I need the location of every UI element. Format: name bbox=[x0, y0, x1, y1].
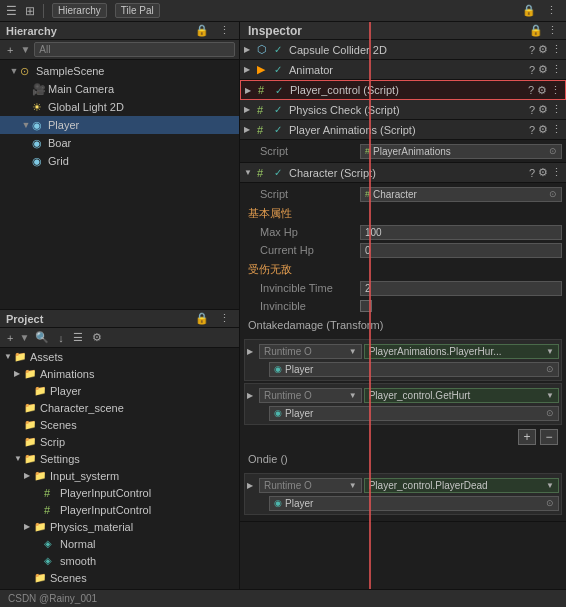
ondie-obj-picker-0[interactable]: ⊙ bbox=[546, 498, 554, 508]
ptree-inputsys[interactable]: ▶ 📁 Input_systerm bbox=[0, 467, 239, 484]
playeranim-settings[interactable]: ⚙ bbox=[538, 123, 548, 136]
animator-help[interactable]: ? bbox=[529, 63, 535, 76]
ptree-scenes2[interactable]: 📁 Scenes bbox=[0, 569, 239, 586]
playeranim-script-row: Script # PlayerAnimations ⊙ bbox=[240, 142, 566, 160]
ondie-runtime-dropdown-0[interactable]: Runtime O ▼ bbox=[259, 478, 362, 493]
animator-settings[interactable]: ⚙ bbox=[538, 63, 548, 76]
tree-item-samplescene[interactable]: ▼ ⊙ SampleScene bbox=[0, 62, 239, 80]
hierarchy-title: Hierarchy bbox=[6, 25, 57, 37]
hierarchy-search[interactable] bbox=[34, 42, 235, 57]
tilepallette-tab[interactable]: Tile Pal bbox=[115, 3, 160, 18]
ptree-playerinput2[interactable]: # PlayerInputControl bbox=[0, 501, 239, 518]
playeranim-picker[interactable]: ⊙ bbox=[549, 146, 557, 156]
playeranim-script-ref[interactable]: # PlayerAnimations ⊙ bbox=[360, 144, 562, 159]
character-header[interactable]: ▼ # ✓ Character (Script) ? ⚙ ⋮ bbox=[240, 163, 566, 183]
inspector-header: Inspector 🔒 ⋮ bbox=[240, 22, 566, 40]
playeranim-menu[interactable]: ⋮ bbox=[551, 123, 562, 136]
ptree-physics-mat[interactable]: ▶ 📁 Physics_material bbox=[0, 518, 239, 535]
playercontrol-header[interactable]: ▶ # ✓ Player_control (Script) ? ⚙ ⋮ bbox=[240, 80, 566, 100]
project-more[interactable]: ⋮ bbox=[216, 311, 233, 326]
playercontrol-check[interactable]: ✓ bbox=[275, 85, 287, 96]
ptree-charscene[interactable]: 📁 Character_scene bbox=[0, 399, 239, 416]
ontake-runtime-arrow-1: ▼ bbox=[349, 391, 357, 400]
playercontrol-menu[interactable]: ⋮ bbox=[550, 84, 561, 97]
capsule-collider-header[interactable]: ▶ ⬡ ✓ Capsule Collider 2D ? ⚙ ⋮ bbox=[240, 40, 566, 60]
tree-item-maincamera[interactable]: 🎥 Main Camera bbox=[0, 80, 239, 98]
character-settings[interactable]: ⚙ bbox=[538, 166, 548, 179]
ontake-minus-btn[interactable]: − bbox=[540, 429, 558, 445]
ondie-func-dropdown-0[interactable]: Player_control.PlayerDead ▼ bbox=[364, 478, 559, 493]
playeranim-help[interactable]: ? bbox=[529, 123, 535, 136]
ptree-scenes[interactable]: 📁 Scenes bbox=[0, 416, 239, 433]
tree-item-player[interactable]: ▼ ◉ Player bbox=[0, 116, 239, 134]
event-section-ontake: ▶ Runtime O ▼ PlayerAnimations.PlayerHur… bbox=[240, 335, 566, 449]
ontake-obj-box-1[interactable]: ◉ Player ⊙ bbox=[269, 406, 559, 421]
playercontrol-settings[interactable]: ⚙ bbox=[537, 84, 547, 97]
animator-menu[interactable]: ⋮ bbox=[551, 63, 562, 76]
ptree-scrip[interactable]: 📁 Scrip bbox=[0, 433, 239, 450]
physicscheck-menu[interactable]: ⋮ bbox=[551, 103, 562, 116]
tree-item-boar[interactable]: ◉ Boar bbox=[0, 134, 239, 152]
ontake-obj-picker-0[interactable]: ⊙ bbox=[546, 364, 554, 374]
ptree-settings[interactable]: ▼ 📁 Settings bbox=[0, 450, 239, 467]
menu-icon[interactable]: ☰ bbox=[6, 4, 17, 18]
tree-item-grid[interactable]: ◉ Grid bbox=[0, 152, 239, 170]
ptree-playerinput1[interactable]: # PlayerInputControl bbox=[0, 484, 239, 501]
invtime-value[interactable]: 2 bbox=[360, 281, 562, 296]
physicscheck-settings[interactable]: ⚙ bbox=[538, 103, 548, 116]
physicscheck-header[interactable]: ▶ # ✓ Physics Check (Script) ? ⚙ ⋮ bbox=[240, 100, 566, 120]
ontake-runtime-dropdown-1[interactable]: Runtime O ▼ bbox=[259, 388, 362, 403]
capsule-settings[interactable]: ⚙ bbox=[538, 43, 548, 56]
playeranim-check[interactable]: ✓ bbox=[274, 124, 286, 135]
inspector-lock-btn[interactable]: 🔒 bbox=[529, 24, 543, 37]
more-icon[interactable]: ⋮ bbox=[543, 3, 560, 18]
inspector-more-btn[interactable]: ⋮ bbox=[547, 24, 558, 37]
playercontrol-help[interactable]: ? bbox=[528, 84, 534, 97]
hierarchy-more[interactable]: ⋮ bbox=[216, 23, 233, 38]
invincible-checkbox[interactable] bbox=[360, 300, 372, 312]
ontake-runtime-dropdown-0[interactable]: Runtime O ▼ bbox=[259, 344, 362, 359]
capsule-help[interactable]: ? bbox=[529, 43, 535, 56]
ptree-normal[interactable]: ◈ Normal bbox=[0, 535, 239, 552]
lock-icon[interactable]: 🔒 bbox=[519, 3, 539, 18]
hierarchy-tab[interactable]: Hierarchy bbox=[52, 3, 107, 18]
hierarchy-lock[interactable]: 🔒 bbox=[192, 23, 212, 38]
ontake-obj-box-0[interactable]: ◉ Player ⊙ bbox=[269, 362, 559, 377]
ptree-player-f[interactable]: 📁 Player bbox=[0, 382, 239, 399]
animator-header[interactable]: ▶ ▶ ✓ Animator ? ⚙ ⋮ bbox=[240, 60, 566, 80]
ondie-runtime-arrow-0: ▼ bbox=[349, 481, 357, 490]
character-help[interactable]: ? bbox=[529, 166, 535, 179]
ptree-smooth[interactable]: ◈ smooth bbox=[0, 552, 239, 569]
ondie-obj-box-0[interactable]: ◉ Player ⊙ bbox=[269, 496, 559, 511]
maxhp-value[interactable]: 100 bbox=[360, 225, 562, 240]
ontake-func-dropdown-1[interactable]: Player_control.GetHurt ▼ bbox=[364, 388, 559, 403]
ontake-section: Ontakedamage (Transform) bbox=[240, 315, 566, 335]
project-add[interactable]: + bbox=[4, 331, 16, 345]
character-script-ref[interactable]: # Character ⊙ bbox=[360, 187, 562, 202]
ontake-obj-picker-1[interactable]: ⊙ bbox=[546, 408, 554, 418]
capsule-menu[interactable]: ⋮ bbox=[551, 43, 562, 56]
project-download[interactable]: ↓ bbox=[55, 331, 67, 345]
physicscheck-comp-icons: ? ⚙ ⋮ bbox=[529, 103, 562, 116]
ptree-animations[interactable]: ▶ 📁 Animations bbox=[0, 365, 239, 382]
character-menu[interactable]: ⋮ bbox=[551, 166, 562, 179]
physicscheck-check[interactable]: ✓ bbox=[274, 104, 286, 115]
animator-check[interactable]: ✓ bbox=[274, 64, 286, 75]
ptree-assets[interactable]: ▼ 📁 Assets bbox=[0, 348, 239, 365]
project-gear[interactable]: ⚙ bbox=[89, 330, 105, 345]
ontake-plus-btn[interactable]: + bbox=[518, 429, 536, 445]
project-lock[interactable]: 🔒 bbox=[192, 311, 212, 326]
project-list[interactable]: ☰ bbox=[70, 330, 86, 345]
physicscheck-help[interactable]: ? bbox=[529, 103, 535, 116]
ptree-lit2d[interactable]: ⊙ Lit2DSceneTemplate bbox=[0, 586, 239, 589]
hierarchy-add[interactable]: + bbox=[4, 43, 16, 57]
ontake-func-dropdown-0[interactable]: PlayerAnimations.PlayerHur... ▼ bbox=[364, 344, 559, 359]
char-picker[interactable]: ⊙ bbox=[549, 189, 557, 199]
physmat-label: Physics_material bbox=[50, 521, 133, 533]
capsule-check[interactable]: ✓ bbox=[274, 44, 286, 55]
character-check[interactable]: ✓ bbox=[274, 167, 286, 178]
playeranim-header[interactable]: ▶ # ✓ Player Animations (Script) ? ⚙ ⋮ bbox=[240, 120, 566, 140]
tree-item-globallight[interactable]: ☀ Global Light 2D bbox=[0, 98, 239, 116]
currenthp-value[interactable]: 0 bbox=[360, 243, 562, 258]
scenes2-label: Scenes bbox=[50, 572, 87, 584]
